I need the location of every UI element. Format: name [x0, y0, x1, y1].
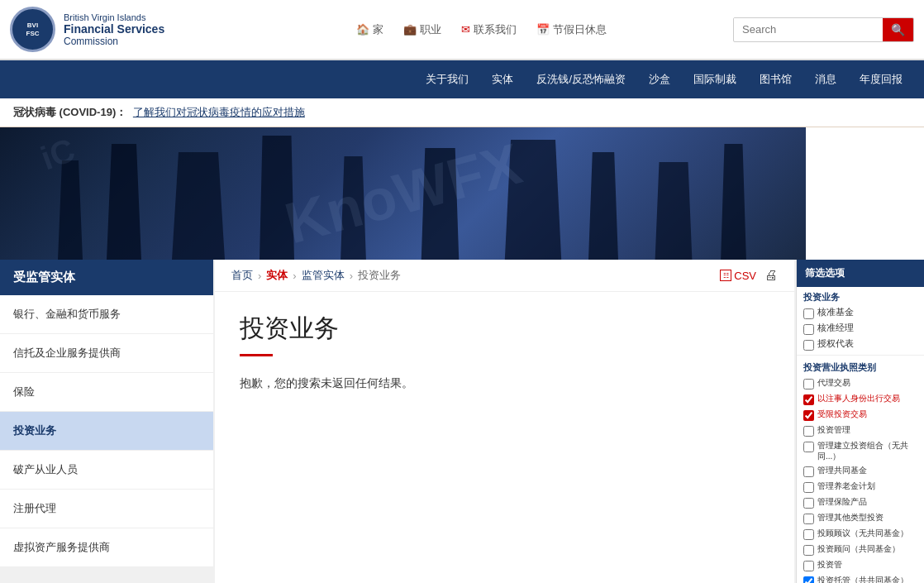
nav-aml[interactable]: 反洗钱/反恐怖融资 [525, 60, 637, 98]
hero-image: KnoWFX iC [0, 127, 806, 260]
export-bar: ☷ CSV 🖨 [720, 268, 778, 283]
search-box: 🔍 [733, 17, 914, 42]
holiday-label: 节假日休息 [553, 22, 607, 37]
sidebar-title: 受监管实体 [0, 260, 213, 295]
nav-career[interactable]: 💼 职业 [403, 22, 441, 37]
logo-area: BVIFSC British Virgin Islands Financial … [10, 7, 229, 52]
filter-item-advise-mutual: 投资顾问（共同基金） [797, 542, 924, 557]
contact-label: 联系我们 [474, 22, 517, 37]
filter-item-approved-mgr: 核准经理 [797, 321, 924, 337]
sidebar-item-investment[interactable]: 投资业务 [0, 412, 213, 451]
breadcrumb-current: 投资业务 [358, 268, 401, 283]
content-body: 投资业务 抱歉，您的搜索未返回任何结果。 [215, 292, 794, 411]
breadcrumb-entities[interactable]: 实体 [266, 268, 288, 283]
logo-text: British Virgin Islands Financial Service… [64, 12, 164, 47]
csv-icon: ☷ [720, 270, 731, 281]
csv-label: CSV [734, 270, 756, 282]
breadcrumb: 首页 › 实体 › 监管实体 › 投资业务 [231, 268, 401, 283]
filter-item-custody-mutual: 投资托管（共共同基金） [797, 573, 924, 583]
filter-item-manage-other: 管理其他类型投资 [797, 510, 924, 526]
print-button[interactable]: 🖨 [764, 268, 778, 283]
nav-entities[interactable]: 实体 [480, 60, 525, 98]
sidebar-item-trust[interactable]: 信托及企业服务提供商 [0, 334, 213, 373]
filter-item-manage-insurance: 管理保险产品 [797, 495, 924, 510]
filter-item-inv-mgmt: 投资管理 [797, 423, 924, 438]
nav-about[interactable]: 关于我们 [414, 60, 480, 98]
csv-button[interactable]: ☷ CSV [720, 270, 756, 282]
logo-line2: Financial Services [64, 22, 164, 36]
search-button[interactable]: 🔍 [883, 18, 913, 41]
filter-item-auth-rep: 授权代表 [797, 337, 924, 352]
filter-item-manage-mutual: 管理共同基金 [797, 463, 924, 479]
page-title: 投资业务 [240, 312, 769, 346]
sidebar-item-banking[interactable]: 银行、金融和货币服务 [0, 295, 213, 334]
home-label: 家 [373, 22, 383, 37]
breadcrumb-home[interactable]: 首页 [231, 268, 253, 283]
filter-panel: 筛选选项 投资业务 核准基金 核准经理 授权代表 投资营业执照类别 代理交易 以… [796, 260, 924, 583]
title-underline [240, 354, 273, 356]
home-icon: 🏠 [356, 23, 369, 36]
career-label: 职业 [420, 22, 441, 37]
contact-icon: ✉ [461, 23, 470, 36]
sidebar-item-virtual[interactable]: 虚拟资产服务提供商 [0, 528, 213, 567]
breadcrumb-bar: 首页 › 实体 › 监管实体 › 投资业务 ☷ CSV 🖨 [215, 260, 794, 292]
filter-item-approved-fund: 核准基金 [797, 305, 924, 321]
main-nav: 关于我们 实体 反洗钱/反恐怖融资 沙盒 国际制裁 图书馆 消息 年度回报 [0, 60, 924, 98]
filter-item-principal: 以注事人身份出行交易 [797, 391, 924, 407]
covid-label: 冠状病毒 (COVID-19)： [13, 106, 126, 118]
filter-item-advise-non: 投顾顾议（无共同基金） [797, 526, 924, 542]
covid-link[interactable]: 了解我们对冠状病毒疫情的应对措施 [133, 106, 305, 118]
logo-line3: Commission [64, 36, 164, 47]
nav-contact[interactable]: ✉ 联系我们 [461, 22, 517, 37]
breadcrumb-regulated[interactable]: 监管实体 [302, 268, 345, 283]
filter-item-manage-portfolio: 管理建立投资组合（无共同...） [797, 438, 924, 463]
sidebar-item-insurance[interactable]: 保险 [0, 373, 213, 412]
nav-news[interactable]: 消息 [803, 60, 848, 98]
nav-library[interactable]: 图书馆 [748, 60, 803, 98]
filter-title: 筛选选项 [797, 260, 924, 287]
filter-item-agency: 代理交易 [797, 375, 924, 391]
nav-sanctions[interactable]: 国际制裁 [682, 60, 748, 98]
nav-home[interactable]: 🏠 家 [356, 22, 383, 37]
nav-annual[interactable]: 年度回报 [848, 60, 914, 98]
filter-item-restricted: 受限投资交易 [797, 407, 924, 423]
sidebar-item-insolvency[interactable]: 破产从业人员 [0, 451, 213, 490]
sidebar-item-registered[interactable]: 注册代理 [0, 490, 213, 528]
filter-item-inv-guan: 投资管 [797, 557, 924, 573]
logo-line1: British Virgin Islands [64, 12, 164, 22]
search-input[interactable] [734, 18, 883, 41]
page-layout: 受监管实体 银行、金融和货币服务 信托及企业服务提供商 保险 投资业务 破产从业… [0, 260, 924, 583]
holiday-icon: 📅 [536, 23, 550, 36]
top-nav: 🏠 家 💼 职业 ✉ 联系我们 📅 节假日休息 [229, 22, 733, 37]
nav-holiday[interactable]: 📅 节假日休息 [536, 22, 607, 37]
filter-section-license: 投资营业执照类别 [797, 358, 924, 375]
header: BVIFSC British Virgin Islands Financial … [0, 0, 924, 60]
main-content: 首页 › 实体 › 监管实体 › 投资业务 ☷ CSV 🖨 投资业务 抱歉，您的… [215, 260, 794, 583]
nav-sandbox[interactable]: 沙盒 [637, 60, 682, 98]
logo-circle: BVIFSC [10, 7, 55, 52]
career-icon: 💼 [403, 23, 417, 36]
sidebar: 受监管实体 银行、金融和货币服务 信托及企业服务提供商 保险 投资业务 破产从业… [0, 260, 213, 583]
no-results-message: 抱歉，您的搜索未返回任何结果。 [240, 376, 769, 391]
covid-banner: 冠状病毒 (COVID-19)： 了解我们对冠状病毒疫情的应对措施 [0, 98, 924, 127]
filter-item-manage-pension: 管理养老金计划 [797, 479, 924, 495]
filter-section-investment: 投资业务 [797, 287, 924, 305]
